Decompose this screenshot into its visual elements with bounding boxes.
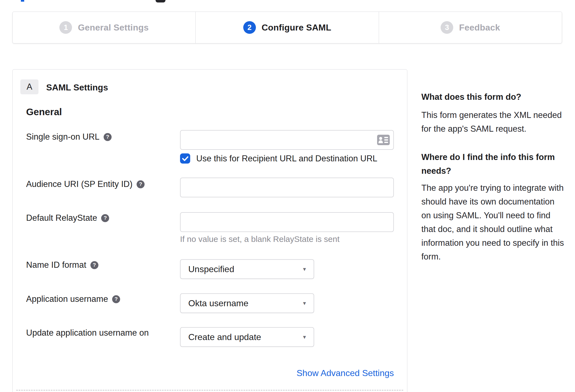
sso-url-input[interactable] bbox=[180, 130, 394, 150]
help-icon[interactable]: ? bbox=[101, 214, 109, 222]
name-id-format-value: Unspecified bbox=[188, 264, 303, 274]
sso-url-label: Single sign-on URL bbox=[26, 132, 99, 142]
update-app-username-label: Update application username on bbox=[26, 328, 149, 338]
step-3-label: Feedback bbox=[459, 23, 500, 33]
name-id-format-label: Name ID format bbox=[26, 260, 86, 270]
wizard-stepper: 1 General Settings 2 Configure SAML 3 Fe… bbox=[12, 12, 562, 43]
recipient-url-checkbox[interactable] bbox=[180, 153, 190, 164]
relay-state-label-row: Default RelayState ? bbox=[26, 213, 109, 223]
recipient-url-checkbox-row: Use this for Recipient URL and Destinati… bbox=[180, 153, 377, 164]
general-section-title: General bbox=[26, 106, 62, 117]
dashed-separator bbox=[16, 390, 403, 391]
configure-saml-page: { "colors": { "accent": "#1662dd", "inac… bbox=[0, 0, 575, 392]
app-username-value: Okta username bbox=[188, 298, 303, 308]
checkmark-icon bbox=[182, 156, 189, 161]
relay-state-field-wrap bbox=[180, 212, 394, 232]
sidebar-answer-1: This form generates the XML needed for t… bbox=[421, 108, 565, 136]
cropped-blue-element bbox=[21, 0, 24, 2]
audience-uri-label-row: Audience URI (SP Entity ID) ? bbox=[26, 179, 145, 189]
caret-down-icon: ▾ bbox=[303, 334, 306, 340]
caret-down-icon: ▾ bbox=[303, 266, 306, 272]
sso-url-field-wrap bbox=[180, 130, 394, 150]
update-app-username-label-row: Update application username on bbox=[26, 328, 149, 338]
step-2-label: Configure SAML bbox=[262, 23, 331, 33]
audience-uri-label: Audience URI (SP Entity ID) bbox=[26, 179, 132, 189]
app-username-label-row: Application username ? bbox=[26, 294, 120, 304]
help-icon[interactable]: ? bbox=[112, 295, 120, 303]
app-username-label: Application username bbox=[26, 294, 108, 304]
update-app-username-select[interactable]: Create and update ▾ bbox=[180, 327, 314, 347]
show-advanced-settings-link[interactable]: Show Advanced Settings bbox=[297, 368, 394, 378]
help-icon[interactable]: ? bbox=[104, 133, 112, 141]
step-feedback[interactable]: 3 Feedback bbox=[379, 12, 562, 43]
saml-settings-panel: A SAML Settings General Single sign-on U… bbox=[12, 69, 407, 392]
update-app-username-value: Create and update bbox=[188, 332, 303, 342]
audience-uri-field-wrap bbox=[180, 178, 394, 197]
step-1-label: General Settings bbox=[78, 23, 149, 33]
step-2-circle: 2 bbox=[243, 21, 256, 34]
step-1-circle: 1 bbox=[59, 21, 72, 34]
help-icon[interactable]: ? bbox=[137, 180, 145, 188]
caret-down-icon: ▾ bbox=[303, 300, 306, 307]
step-3-circle: 3 bbox=[441, 21, 453, 34]
section-a-badge: A bbox=[20, 79, 38, 94]
step-configure-saml[interactable]: 2 Configure SAML bbox=[195, 12, 378, 43]
help-sidebar: What does this form do? This form genera… bbox=[421, 90, 565, 264]
relay-state-hint: If no value is set, a blank RelayState i… bbox=[180, 234, 339, 244]
sidebar-question-2: Where do I find the info this form needs… bbox=[421, 150, 565, 178]
audience-uri-input[interactable] bbox=[180, 178, 394, 197]
sidebar-answer-2: The app you're trying to integrate with … bbox=[421, 181, 565, 264]
relay-state-label: Default RelayState bbox=[26, 213, 97, 223]
name-id-format-label-row: Name ID format ? bbox=[26, 260, 98, 270]
relay-state-input[interactable] bbox=[180, 212, 394, 232]
cropped-dark-icon bbox=[156, 0, 165, 2]
panel-title: SAML Settings bbox=[46, 82, 108, 93]
contact-card-icon[interactable] bbox=[377, 135, 390, 145]
recipient-url-checkbox-label: Use this for Recipient URL and Destinati… bbox=[196, 154, 377, 164]
help-icon[interactable]: ? bbox=[90, 261, 98, 269]
name-id-format-select[interactable]: Unspecified ▾ bbox=[180, 259, 314, 279]
app-username-select[interactable]: Okta username ▾ bbox=[180, 293, 314, 313]
sso-url-label-row: Single sign-on URL ? bbox=[26, 132, 112, 142]
sidebar-question-1: What does this form do? bbox=[421, 90, 565, 104]
step-general-settings[interactable]: 1 General Settings bbox=[13, 12, 195, 43]
